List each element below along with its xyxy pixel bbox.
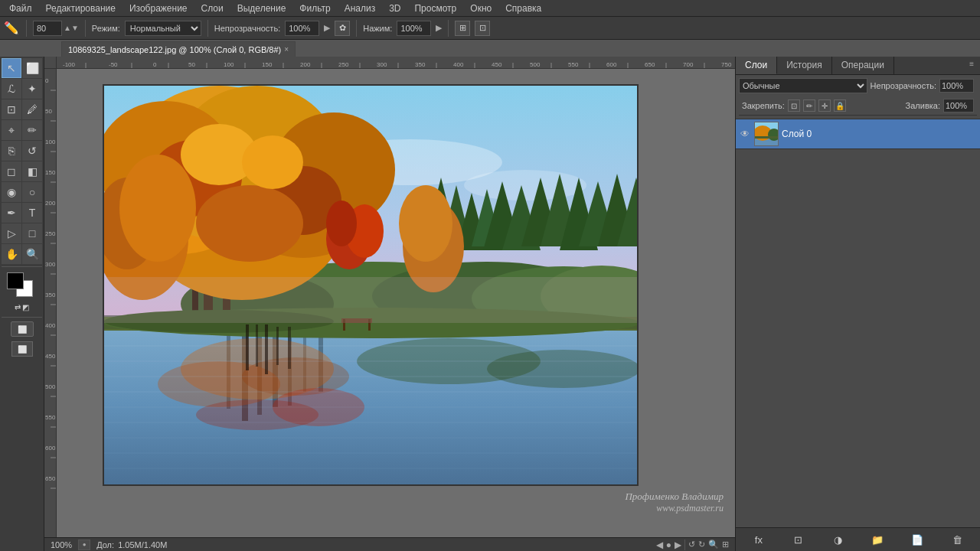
lock-position-btn[interactable]: ✛	[818, 99, 831, 112]
divider-2	[85, 20, 86, 37]
svg-text:100: 100	[45, 139, 56, 145]
lock-all-btn[interactable]: 🔒	[834, 99, 846, 112]
add-mask-btn[interactable]: ⊡	[790, 531, 807, 548]
zoom-level[interactable]: 100%	[51, 540, 72, 549]
tablet-pressure-btn[interactable]: ⊞	[455, 21, 470, 36]
svg-text:500: 500	[530, 61, 541, 68]
svg-point-110	[196, 185, 303, 262]
svg-point-112	[242, 135, 303, 189]
tab-actions[interactable]: Операции	[832, 57, 894, 74]
doc-info: Дол: 1.05М/1.40М	[96, 540, 167, 549]
eraser-tool[interactable]: ◻	[2, 161, 21, 181]
status-nav-prev[interactable]: ◀	[656, 540, 663, 550]
svg-rect-131	[265, 324, 268, 374]
menu-analysis[interactable]: Анализ	[338, 2, 382, 15]
mode-label: Режим:	[92, 24, 120, 33]
lock-transparent-btn[interactable]: ⊡	[788, 99, 800, 112]
brush-size-input[interactable]	[33, 21, 62, 36]
path-select-tool[interactable]: ▷	[2, 223, 21, 243]
tools-panel: ↖ ⬜ ℒ ✦ ⊡ 🖉 ⌖ ✏ ⎘ ↺ ◻ ◧ ◉ ○ ✒ T ▷ □	[0, 57, 44, 551]
tab-history[interactable]: История	[777, 57, 832, 74]
svg-text:250: 250	[338, 61, 349, 68]
menu-file[interactable]: Файл	[3, 2, 38, 15]
blur-tool[interactable]: ◉	[2, 182, 21, 202]
status-scroll[interactable]: ●	[666, 540, 671, 550]
tab-layers[interactable]: Слои	[736, 57, 777, 74]
foreground-color[interactable]	[7, 272, 24, 289]
heal-tool[interactable]: ⌖	[2, 120, 21, 140]
opacity-arrow[interactable]: ▶	[324, 23, 330, 33]
swap-colors-icon[interactable]: ⇄	[15, 303, 21, 311]
brush-size-arrows[interactable]: ▲▼	[64, 24, 79, 32]
add-style-btn[interactable]: fx	[750, 531, 767, 548]
menu-select[interactable]: Выделение	[231, 2, 292, 15]
status-icon-3[interactable]: 🔍	[708, 540, 719, 549]
layer-opacity-input[interactable]	[939, 79, 974, 93]
tool-preset-btn[interactable]: ⊡	[475, 21, 490, 36]
lock-pixels-btn[interactable]: ✏	[803, 99, 815, 112]
opacity-input[interactable]	[285, 21, 319, 36]
tools-divider-2	[2, 317, 42, 318]
menu-window[interactable]: Окно	[464, 2, 498, 15]
brush-tool[interactable]: ✏	[22, 120, 42, 140]
divider-4	[356, 20, 357, 37]
quick-select-tool[interactable]: ✦	[22, 79, 42, 99]
menu-layers[interactable]: Слои	[195, 2, 230, 15]
clone-tool[interactable]: ⎘	[2, 141, 21, 161]
menu-image[interactable]: Изображение	[123, 2, 194, 15]
status-icon-1[interactable]: ↺	[688, 540, 695, 549]
pen-tool[interactable]: ✒	[2, 203, 21, 223]
ruler-corner	[44, 57, 57, 69]
fill-input[interactable]	[943, 99, 974, 112]
status-nav-btn[interactable]: ●	[78, 540, 90, 550]
canvas-background[interactable]: Профименко Владимир www.psdmaster.ru	[57, 69, 735, 537]
lasso-tool[interactable]: ℒ	[2, 79, 21, 99]
layer-item-0[interactable]: 👁 Слой 0	[736, 119, 980, 149]
screen-mode-btn[interactable]: ⬜	[11, 341, 33, 357]
svg-text:600: 600	[606, 61, 617, 68]
document-tab[interactable]: 10869325_landscape122.jpg @ 100% (Слой 0…	[61, 41, 296, 57]
eyedropper-tool[interactable]: 🖉	[22, 99, 42, 119]
status-icon-4[interactable]: ⊞	[722, 540, 729, 549]
gradient-tool[interactable]: ◧	[22, 161, 42, 181]
svg-rect-143	[104, 277, 639, 323]
menu-3d[interactable]: 3D	[383, 2, 407, 15]
menu-help[interactable]: Справка	[499, 2, 547, 15]
layer-visibility-eye[interactable]: 👁	[739, 128, 751, 140]
svg-text:700: 700	[683, 61, 694, 68]
crop-tool[interactable]: ⊡	[2, 99, 21, 119]
menu-view[interactable]: Просмотр	[408, 2, 462, 15]
artwork-svg	[104, 86, 639, 486]
menu-edit[interactable]: Редактирование	[40, 2, 122, 15]
airbrush-btn[interactable]: ✿	[335, 21, 350, 36]
shape-tool[interactable]: □	[22, 223, 42, 243]
dodge-tool[interactable]: ○	[22, 182, 42, 202]
pressure-arrow[interactable]: ▶	[436, 23, 442, 33]
default-colors-icon[interactable]: ◩	[22, 303, 29, 311]
pressure-input[interactable]	[397, 21, 431, 36]
quick-mask-btn[interactable]: ⬜	[11, 321, 34, 337]
doc-size: 1.05М/1.40М	[118, 540, 167, 549]
layer-mode-select[interactable]: Обычные	[739, 78, 867, 93]
svg-text:150: 150	[262, 61, 273, 68]
brush-tool-icon[interactable]: ✏️	[3, 20, 20, 37]
status-icon-2[interactable]: ↻	[698, 540, 705, 549]
status-nav-next[interactable]: ▶	[675, 540, 681, 550]
zoom-tool[interactable]: 🔍	[22, 244, 42, 264]
tab-filename: 10869325_landscape122.jpg @ 100% (Слой 0…	[68, 45, 281, 54]
svg-text:350: 350	[45, 292, 56, 298]
panel-collapse-btn[interactable]: ≡	[963, 57, 980, 74]
menu-filter[interactable]: Фильтр	[293, 2, 336, 15]
text-tool[interactable]: T	[22, 203, 42, 223]
select-tool[interactable]: ⬜	[22, 58, 42, 78]
svg-point-139	[119, 155, 196, 262]
new-adjustment-btn[interactable]: ◑	[830, 531, 847, 548]
mode-select[interactable]: Нормальный	[125, 21, 201, 36]
new-group-btn[interactable]: 📁	[869, 531, 886, 548]
new-layer-btn[interactable]: 📄	[909, 531, 926, 548]
history-brush-tool[interactable]: ↺	[22, 141, 42, 161]
move-tool[interactable]: ↖	[2, 58, 21, 78]
tab-close-btn[interactable]: ×	[284, 45, 289, 54]
hand-tool[interactable]: ✋	[2, 244, 21, 264]
delete-layer-btn[interactable]: 🗑	[949, 531, 965, 548]
